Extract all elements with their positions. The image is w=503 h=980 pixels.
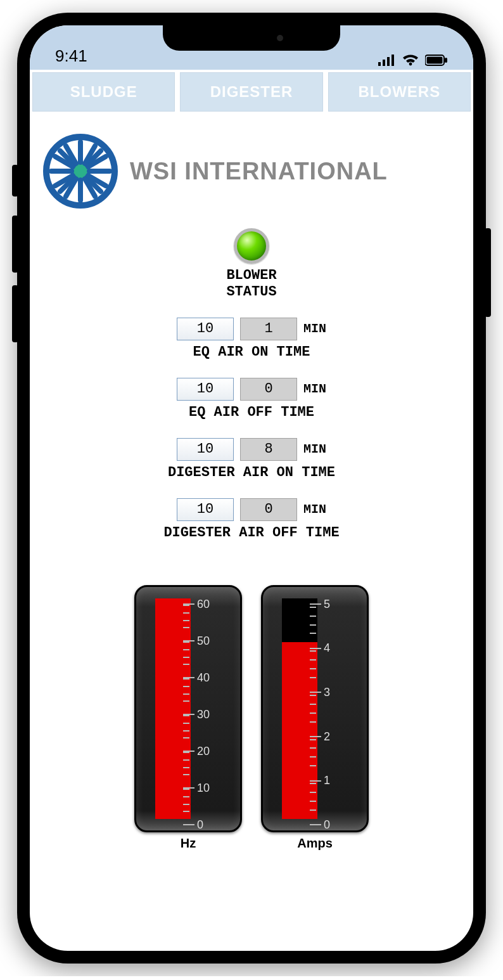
svg-rect-2 (387, 57, 390, 66)
svg-rect-7 (445, 58, 447, 63)
blower-status-block: BLOWER STATUS (42, 228, 461, 301)
status-indicators (378, 55, 448, 66)
param-row: 108MIN (42, 438, 461, 461)
gauge-body: 012345 (261, 585, 369, 832)
param-group: 100MINDIGESTER AIR OFF TIME (42, 498, 461, 541)
svg-rect-1 (383, 60, 385, 66)
gauge-ticks: 012345 (310, 598, 354, 819)
gauge-ticks: 0102030405060 (183, 598, 227, 819)
gauge-tick-label: 60 (197, 598, 210, 611)
company-logo-icon (42, 133, 118, 209)
param-setpoint-input[interactable]: 10 (177, 498, 234, 521)
param-actual-display: 0 (240, 498, 297, 521)
param-actual-display: 1 (240, 318, 297, 340)
tab-digester[interactable]: DIGESTER (180, 72, 322, 112)
gauge-tick-label: 0 (324, 818, 330, 832)
gauge-tick-label: 30 (197, 708, 210, 721)
gauge-body: 0102030405060 (134, 585, 242, 832)
gauge: 012345Amps (261, 585, 369, 851)
svg-point-4 (409, 63, 412, 66)
param-unit: MIN (303, 442, 326, 456)
blower-status-label-line2: STATUS (226, 284, 276, 300)
gauge-caption: Hz (134, 836, 242, 851)
phone-volume-down (12, 285, 18, 342)
param-setpoint-input[interactable]: 10 (177, 318, 234, 340)
phone-frame: 9:41 (17, 13, 486, 964)
gauge-tick-label: 4 (324, 642, 330, 655)
gauge-tick-label: 10 (197, 782, 210, 795)
gauges-row: 0102030405060Hz012345Amps (42, 585, 461, 851)
screen: 9:41 (30, 25, 473, 951)
phone-power-button (485, 228, 491, 317)
param-group: 100MINEQ AIR OFF TIME (42, 378, 461, 420)
main-content: WSI INTERNATIONAL BLOWER STATUS 101MINEQ… (30, 114, 473, 863)
wifi-icon (402, 55, 419, 66)
tab-bar: SLUDGE DIGESTER BLOWERS (30, 70, 473, 114)
param-row: 100MIN (42, 378, 461, 401)
param-setpoint-input[interactable]: 10 (177, 378, 234, 401)
param-label: DIGESTER AIR OFF TIME (42, 525, 461, 541)
gauge-caption: Amps (261, 836, 369, 851)
param-unit: MIN (303, 382, 326, 396)
svg-rect-6 (427, 57, 443, 64)
param-label: DIGESTER AIR ON TIME (42, 465, 461, 480)
tab-blowers[interactable]: BLOWERS (328, 72, 471, 112)
param-setpoint-input[interactable]: 10 (177, 438, 234, 461)
company-title: WSI INTERNATIONAL (130, 158, 388, 185)
param-row: 100MIN (42, 498, 461, 521)
status-time: 9:41 (55, 46, 87, 66)
svg-rect-0 (378, 62, 381, 66)
param-group: 101MINEQ AIR ON TIME (42, 318, 461, 360)
blower-status-label: BLOWER STATUS (42, 268, 461, 301)
param-unit: MIN (303, 502, 326, 517)
param-label: EQ AIR ON TIME (42, 344, 461, 360)
gauge: 0102030405060Hz (134, 585, 242, 851)
gauge-tick-label: 5 (324, 598, 330, 611)
param-actual-display: 0 (240, 378, 297, 401)
cellular-signal-icon (378, 55, 396, 66)
phone-volume-up (12, 216, 18, 273)
gauge-tick-label: 2 (324, 730, 330, 744)
gauge-tick-label: 50 (197, 635, 210, 648)
tab-sludge[interactable]: SLUDGE (32, 72, 175, 112)
gauge-tick-label: 20 (197, 745, 210, 758)
battery-icon (425, 55, 448, 66)
gauge-tick-label: 0 (197, 818, 203, 832)
param-row: 101MIN (42, 318, 461, 340)
phone-notch (163, 25, 340, 51)
blower-status-label-line1: BLOWER (226, 268, 276, 283)
param-unit: MIN (303, 321, 326, 336)
phone-mute-switch (12, 165, 18, 197)
gauge-tick-label: 40 (197, 671, 210, 685)
gauge-tick-label: 3 (324, 686, 330, 699)
param-label: EQ AIR OFF TIME (42, 404, 461, 420)
svg-rect-3 (392, 55, 394, 66)
header: WSI INTERNATIONAL (42, 133, 461, 209)
gauge-tick-label: 1 (324, 774, 330, 787)
blower-status-led-icon (234, 228, 269, 264)
param-actual-display: 8 (240, 438, 297, 461)
param-group: 108MINDIGESTER AIR ON TIME (42, 438, 461, 480)
